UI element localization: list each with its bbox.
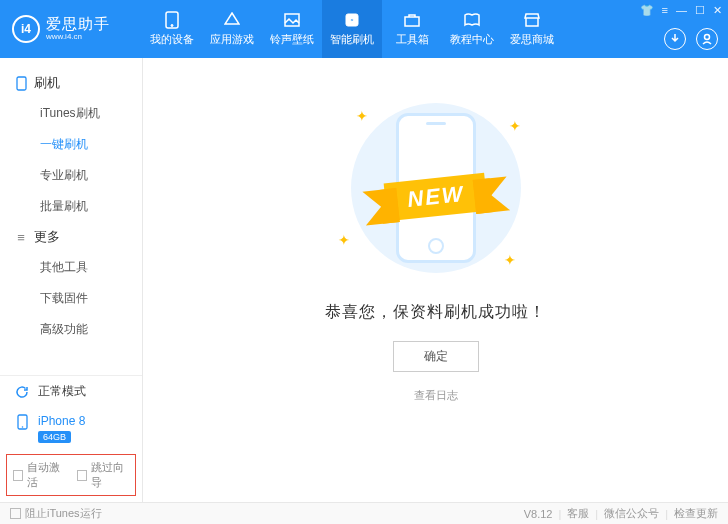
wechat-link[interactable]: 微信公众号 (604, 506, 659, 521)
skin-icon[interactable]: 👕 (640, 4, 654, 17)
nav-toolbox[interactable]: 工具箱 (382, 0, 442, 58)
section-flash[interactable]: 刷机 (0, 68, 142, 98)
sidebar: 刷机 iTunes刷机 一键刷机 专业刷机 批量刷机 ≡ 更多 其他工具 下载固… (0, 58, 143, 502)
flash-icon (343, 11, 361, 29)
close-icon[interactable]: ✕ (713, 4, 722, 17)
sidebar-item-advanced[interactable]: 高级功能 (0, 314, 142, 345)
refresh-icon (14, 384, 30, 400)
app-url: www.i4.cn (46, 33, 110, 42)
app-logo: i4 爱思助手 www.i4.cn (12, 15, 142, 43)
download-button[interactable] (664, 28, 686, 50)
confirm-button[interactable]: 确定 (393, 341, 479, 372)
options-highlight-box: 自动激活 跳过向导 (6, 454, 136, 496)
status-bar: 阻止iTunes运行 V8.12 | 客服 | 微信公众号 | 检查更新 (0, 502, 728, 524)
skip-guide-checkbox[interactable]: 跳过向导 (77, 460, 129, 490)
sidebar-item-pro-flash[interactable]: 专业刷机 (0, 160, 142, 191)
phone-outline-icon (14, 76, 28, 91)
svg-rect-6 (17, 77, 26, 90)
sidebar-item-oneclick-flash[interactable]: 一键刷机 (0, 129, 142, 160)
success-message: 恭喜您，保资料刷机成功啦！ (325, 302, 546, 323)
book-icon (463, 11, 481, 29)
nav-apps-games[interactable]: 应用游戏 (202, 0, 262, 58)
window-controls: 👕 ≡ ― ☐ ✕ (640, 4, 722, 17)
auto-activate-checkbox[interactable]: 自动激活 (13, 460, 65, 490)
svg-point-5 (705, 35, 710, 40)
apps-icon (223, 11, 241, 29)
nav-my-device[interactable]: 我的设备 (142, 0, 202, 58)
device-name: iPhone 8 (38, 414, 85, 428)
device-info[interactable]: iPhone 8 64GB (0, 407, 142, 450)
check-update-link[interactable]: 检查更新 (674, 506, 718, 521)
menu-icon[interactable]: ≡ (662, 4, 668, 17)
storage-badge: 64GB (38, 431, 71, 443)
store-icon (523, 11, 541, 29)
logo-icon: i4 (12, 15, 40, 43)
sidebar-item-download-firmware[interactable]: 下载固件 (0, 283, 142, 314)
main-content: ✦✦✦✦ NEW 恭喜您，保资料刷机成功啦！ 确定 查看日志 (143, 58, 728, 502)
toolbox-icon (403, 11, 421, 29)
app-title: 爱思助手 (46, 16, 110, 33)
block-itunes-checkbox[interactable]: 阻止iTunes运行 (10, 506, 102, 521)
success-illustration: ✦✦✦✦ NEW (326, 98, 546, 278)
sidebar-item-other-tools[interactable]: 其他工具 (0, 252, 142, 283)
minimize-icon[interactable]: ― (676, 4, 687, 17)
phone-icon (163, 11, 181, 29)
top-nav: 我的设备 应用游戏 铃声壁纸 智能刷机 工具箱 教程中心 爱思商城 (142, 0, 562, 58)
view-log-link[interactable]: 查看日志 (414, 388, 458, 403)
nav-smart-flash[interactable]: 智能刷机 (322, 0, 382, 58)
nav-ringtone-wallpaper[interactable]: 铃声壁纸 (262, 0, 322, 58)
nav-tutorial[interactable]: 教程中心 (442, 0, 502, 58)
svg-rect-4 (405, 17, 419, 26)
list-icon: ≡ (14, 230, 28, 245)
nav-store[interactable]: 爱思商城 (502, 0, 562, 58)
support-link[interactable]: 客服 (567, 506, 589, 521)
sidebar-item-itunes-flash[interactable]: iTunes刷机 (0, 98, 142, 129)
sidebar-item-batch-flash[interactable]: 批量刷机 (0, 191, 142, 222)
svg-point-1 (171, 25, 173, 27)
version-label: V8.12 (524, 508, 553, 520)
maximize-icon[interactable]: ☐ (695, 4, 705, 17)
picture-icon (283, 11, 301, 29)
user-button[interactable] (696, 28, 718, 50)
svg-point-8 (21, 426, 23, 428)
device-icon (14, 414, 30, 430)
app-header: i4 爱思助手 www.i4.cn 我的设备 应用游戏 铃声壁纸 智能刷机 工具… (0, 0, 728, 58)
device-mode[interactable]: 正常模式 (0, 376, 142, 407)
section-more[interactable]: ≡ 更多 (0, 222, 142, 252)
